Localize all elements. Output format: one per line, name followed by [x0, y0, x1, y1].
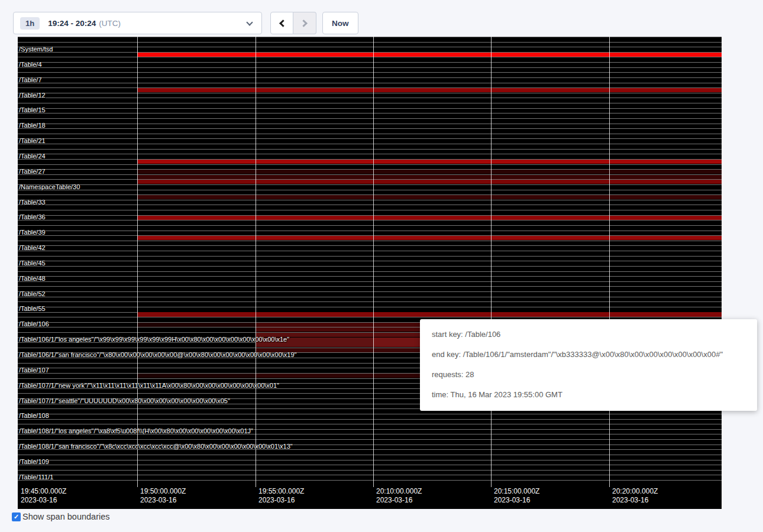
- row-label: /Table/45: [19, 259, 46, 267]
- heat-band[interactable]: [137, 180, 722, 184]
- heat-band[interactable]: [137, 175, 722, 179]
- row-label: /Table/108: [19, 412, 49, 419]
- row-label: /Table/7: [19, 76, 42, 83]
- time-range-timezone: (UTC): [99, 19, 121, 28]
- axis-tick-label: 20:20:00.000Z2023-03-16: [612, 487, 658, 505]
- row-label: /System/tsd: [19, 46, 53, 53]
- heat-band[interactable]: [256, 374, 420, 378]
- row-label: /Table/108/1/"los angeles"/"\xa8\xf5\u00…: [19, 427, 253, 434]
- heatmap-grid[interactable]: /System/tsd/Table/4/Table/7/Table/12/Tab…: [18, 37, 722, 485]
- duration-badge: 1h: [20, 17, 40, 30]
- axis-tick-label: 19:50:00.000Z2023-03-16: [140, 487, 186, 505]
- row-label: /Table/21: [19, 137, 46, 144]
- axis-tick-label: 20:15:00.000Z2023-03-16: [494, 487, 539, 505]
- row-label: /Table/4: [19, 61, 42, 68]
- row-label: /Table/106: [19, 320, 49, 327]
- row-label: /Table/55: [19, 305, 46, 312]
- chevron-right-icon: [300, 20, 308, 27]
- span-boundaries-control: ✓ Show span boundaries: [12, 512, 110, 521]
- next-interval-button[interactable]: [293, 12, 316, 34]
- row-label: /Table/12: [19, 92, 46, 99]
- row-label: /Table/52: [19, 290, 46, 297]
- key-visualizer-heatmap[interactable]: /System/tsd/Table/4/Table/7/Table/12/Tab…: [18, 37, 722, 509]
- time-gridline: [491, 37, 492, 487]
- tooltip-time: time: Thu, 16 Mar 2023 19:55:00 GMT: [432, 385, 745, 405]
- heat-band[interactable]: [137, 53, 722, 57]
- row-label: /Table/48: [19, 275, 46, 282]
- row-label: /Table/42: [19, 244, 46, 251]
- axis-tick-label: 19:55:00.000Z2023-03-16: [258, 487, 304, 505]
- heat-band[interactable]: [256, 323, 420, 327]
- now-button[interactable]: Now: [322, 12, 358, 34]
- time-gridline: [609, 37, 610, 487]
- heat-band[interactable]: [137, 323, 256, 327]
- time-gridline: [137, 37, 138, 487]
- heat-band[interactable]: [137, 374, 256, 378]
- heat-band[interactable]: [137, 216, 722, 220]
- span-boundaries-checkbox[interactable]: ✓: [12, 512, 21, 521]
- heat-band[interactable]: [137, 170, 722, 174]
- tooltip-requests: requests: 28: [432, 365, 745, 385]
- row-label: /Table/106/1/"san francisco"/"\x80\x00\x…: [19, 351, 297, 358]
- row-label: /Table/107/1/"new york"/"\x11\x11\x11\x1…: [19, 382, 279, 389]
- row-label: /Table/33: [19, 199, 46, 206]
- row-label: /Table/39: [19, 229, 46, 236]
- heat-band[interactable]: [137, 312, 722, 316]
- heat-band[interactable]: [137, 88, 722, 92]
- row-label: /Table/15: [19, 106, 46, 113]
- tooltip-end-key: end key: /Table/106/1/"amsterdam"/"\xb33…: [432, 345, 745, 365]
- row-label: /Table/24: [19, 153, 46, 160]
- axis-tick-label: 20:10:00.000Z2023-03-16: [376, 487, 422, 505]
- row-label: /NamespaceTable/30: [19, 183, 80, 190]
- row-label: /Table/111/1: [19, 473, 53, 481]
- heat-band[interactable]: [137, 195, 722, 199]
- row-label: /Table/108/1/"san francisco"/"\x8c\xcc\x…: [19, 443, 293, 450]
- heat-band[interactable]: [137, 236, 722, 240]
- row-label: /Table/27: [19, 168, 46, 175]
- time-range-selector[interactable]: 1h 19:24 - 20:24 (UTC): [13, 12, 262, 34]
- heat-band[interactable]: [256, 327, 420, 332]
- tooltip-start-key: start key: /Table/106: [432, 325, 745, 345]
- row-label: /Table/36: [19, 213, 46, 220]
- time-gridline: [373, 37, 374, 487]
- time-range-label: 19:24 - 20:24: [48, 19, 96, 28]
- time-nav-group: [270, 12, 316, 34]
- row-label: /Table/106/1/"los angeles"/"\x99\x99\x99…: [19, 336, 289, 343]
- row-label: /Table/18: [19, 122, 46, 129]
- heat-band[interactable]: [373, 338, 420, 347]
- row-label: /Table/107: [19, 366, 49, 374]
- heat-band[interactable]: [137, 160, 722, 164]
- row-label: /Table/109: [19, 458, 49, 465]
- chevron-down-icon: [246, 19, 253, 25]
- previous-interval-button[interactable]: [270, 12, 293, 34]
- time-axis: 19:45:00.000Z2023-03-1619:50:00.000Z2023…: [18, 485, 722, 509]
- time-gridline: [256, 37, 256, 487]
- span-boundaries-label: Show span boundaries: [22, 512, 110, 521]
- row-label: /Table/107/1/"seattle"/"UUUUUUD\x00\x80\…: [19, 397, 230, 404]
- span-tooltip: start key: /Table/106 end key: /Table/10…: [420, 319, 757, 411]
- axis-tick-label: 19:45:00.000Z2023-03-16: [21, 487, 66, 505]
- chevron-left-icon: [279, 20, 287, 27]
